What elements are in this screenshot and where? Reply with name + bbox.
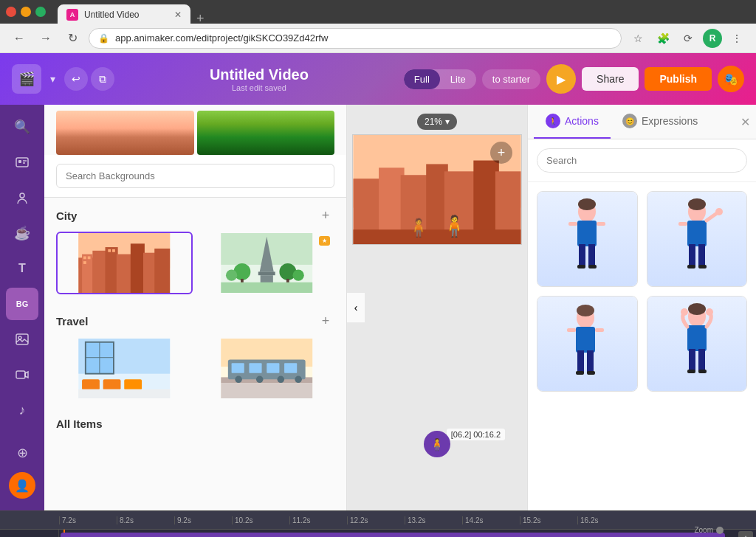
svg-rect-1	[18, 160, 21, 163]
new-tab-button[interactable]: +	[190, 12, 210, 25]
city-add-button[interactable]: +	[317, 207, 334, 224]
svg-rect-52	[267, 363, 279, 373]
svg-point-56	[277, 376, 284, 384]
sidebar-characters-button[interactable]	[6, 181, 38, 214]
zoom-slider[interactable]	[716, 527, 724, 534]
timeline-ruler: 7.2s 8.2s 9.2s 10.2s 11.2s 12.2s 13.2s 1…	[0, 511, 756, 530]
sidebar-images-button[interactable]	[6, 323, 38, 356]
actions-tab[interactable]: 🚶 Actions	[534, 105, 611, 139]
expressions-tab-icon: 😊	[622, 114, 637, 128]
sidebar-text-button[interactable]: T	[6, 252, 38, 285]
plan-lite-button[interactable]: Lite	[440, 69, 476, 89]
plan-full-button[interactable]: Full	[404, 69, 440, 89]
city-backgrounds-grid: ★	[56, 232, 334, 294]
actions-grid	[528, 182, 756, 401]
user-avatar[interactable]: 🎭	[718, 66, 744, 92]
refresh-button[interactable]: ↻	[62, 28, 83, 49]
profile-button[interactable]: R	[703, 29, 722, 48]
add-scene-button[interactable]: +	[490, 142, 512, 164]
share-button[interactable]: Share	[582, 67, 639, 91]
sidebar-more-button[interactable]: ⊕	[6, 437, 38, 469]
timeline-tracks[interactable]: ‹ 🧍 › + −	[59, 530, 756, 537]
character-action-3-preview	[537, 297, 637, 391]
search-backgrounds-input[interactable]	[56, 164, 334, 188]
zoom-indicator[interactable]: 21% ▾	[417, 114, 457, 130]
top-bg-preview-1[interactable]	[56, 111, 194, 155]
svg-point-55	[255, 376, 263, 384]
svg-rect-0	[16, 158, 28, 167]
svg-rect-7	[16, 371, 25, 378]
city-section: City +	[44, 198, 346, 303]
zoom-in-button[interactable]: +	[738, 531, 753, 537]
scene-thumb-button[interactable]: 🧍	[424, 431, 450, 457]
window-min-btn[interactable]	[21, 7, 31, 17]
avatar-icon: 🎭	[724, 72, 738, 86]
svg-rect-96	[576, 327, 595, 353]
svg-rect-13	[82, 254, 92, 293]
svg-point-104	[688, 303, 706, 315]
address-bar[interactable]: 🔒 app.animaker.com/editproject/gikSKCO39…	[89, 28, 622, 49]
preview-play-button[interactable]: ▶	[546, 64, 576, 94]
city-bg-1[interactable]	[56, 232, 193, 294]
top-bg-preview-2[interactable]	[197, 111, 335, 155]
browser-chrome: A Untitled Video ✕ + ← → ↻ 🔒 app.animake…	[0, 0, 756, 53]
travel-bg-2[interactable]	[199, 337, 335, 400]
actions-search-input[interactable]	[537, 148, 747, 173]
svg-rect-15	[106, 247, 118, 293]
browser-titlebar: A Untitled Video ✕ +	[0, 0, 756, 24]
city-bg-2[interactable]: ★	[199, 232, 335, 294]
copy-button[interactable]: ⧉	[91, 67, 114, 91]
sidebar-backgrounds-button[interactable]: BG	[6, 288, 38, 320]
extensions-button[interactable]: 🧩	[653, 28, 673, 49]
project-title: Untitled Video	[123, 66, 395, 83]
scene-thumb-icon: 🧍	[430, 437, 444, 451]
city-section-header: City +	[56, 207, 334, 224]
canvas-prev-button[interactable]: ‹	[347, 293, 365, 322]
forward-button[interactable]: →	[35, 28, 56, 49]
sidebar-search-button[interactable]: 🔍	[6, 111, 38, 143]
svg-point-33	[292, 270, 303, 281]
window-max-btn[interactable]	[35, 7, 46, 17]
action-card-2[interactable]	[647, 191, 748, 287]
sidebar-media-button[interactable]	[6, 146, 38, 179]
travel-add-button[interactable]: +	[317, 312, 334, 330]
action-card-3[interactable]	[537, 296, 638, 392]
url-text: app.animaker.com/editproject/gikSKCO39Zd…	[115, 32, 612, 44]
sidebar-props-button[interactable]: ☕	[6, 217, 38, 249]
svg-point-93	[715, 208, 723, 215]
mark-7s: 7.2s	[59, 516, 117, 524]
svg-point-32	[225, 270, 236, 281]
right-panel-close-button[interactable]: ✕	[740, 115, 750, 129]
menu-button[interactable]: ⋮	[726, 28, 747, 49]
upgrade-starter-button[interactable]: to starter	[482, 69, 540, 89]
travel-section-header: Travel +	[56, 312, 334, 330]
svg-rect-89	[698, 244, 705, 266]
expressions-tab[interactable]: 😊 Expressions	[611, 105, 709, 139]
window-close-btn[interactable]	[6, 7, 16, 17]
bookmark-button[interactable]: ☆	[628, 28, 648, 49]
back-button[interactable]: ←	[9, 28, 30, 49]
header-nav-buttons: ↩ ⧉	[64, 67, 114, 91]
action-card-1[interactable]	[537, 191, 638, 287]
canvas-area: 21% ▾ ‹	[347, 105, 527, 510]
sync-button[interactable]: ⟳	[678, 28, 698, 49]
browser-tab-active[interactable]: A Untitled Video ✕	[58, 4, 190, 25]
timeline: 7.2s 8.2s 9.2s 10.2s 11.2s 12.2s 13.2s 1…	[0, 510, 756, 537]
project-title-area: Untitled Video Last edit saved	[123, 66, 395, 92]
browser-actions: ☆ 🧩 ⟳ R ⋮	[628, 28, 747, 49]
character-2-canvas[interactable]: 🧍	[441, 214, 467, 238]
undo-button[interactable]: ↩	[64, 67, 88, 91]
tab-close-button[interactable]: ✕	[174, 10, 182, 20]
timeline-track-main[interactable]: ‹ 🧍 ›	[61, 533, 725, 537]
sidebar-audio-button[interactable]: ♪	[6, 394, 38, 426]
action-card-4[interactable]	[647, 296, 748, 392]
right-panel: 🚶 Actions 😊 Expressions ✕	[527, 105, 756, 510]
svg-rect-79	[579, 244, 585, 266]
publish-button[interactable]: Publish	[645, 67, 712, 91]
sidebar-video-button[interactable]	[6, 358, 38, 391]
timeline-zoom-controls: + −	[738, 531, 753, 537]
logo-dropdown-button[interactable]: ▾	[50, 73, 55, 85]
svg-rect-80	[588, 244, 595, 266]
travel-bg-1[interactable]	[56, 337, 193, 400]
sidebar-user-avatar[interactable]: 👤	[9, 472, 35, 499]
